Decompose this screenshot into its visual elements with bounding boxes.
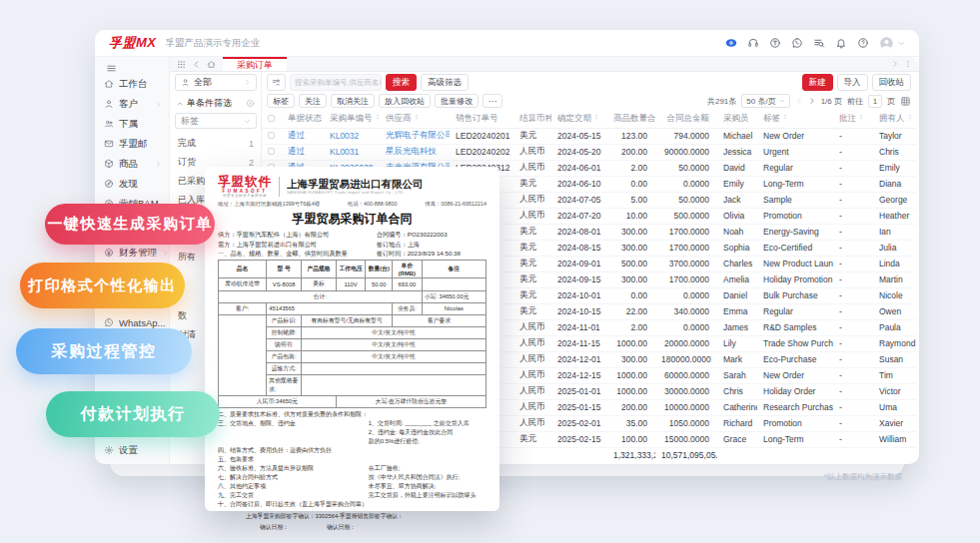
sort-icon[interactable] <box>414 114 420 120</box>
create-button[interactable]: 新建 <box>802 74 833 91</box>
cell-owner: Nicole <box>873 287 916 303</box>
cell-status[interactable]: 通过 <box>282 128 324 144</box>
next-page-button[interactable] <box>808 97 816 105</box>
sidebar-item-label: 财务管理 <box>119 247 157 260</box>
tab-scroll-right-icon[interactable] <box>891 60 899 68</box>
contract-clauses: 二、质量要求技术标准、供方对质量负责的条件和期限：三、交货地点、期限、违约金1、… <box>218 410 487 509</box>
table-row[interactable]: 通过KL0032光辉电子有限公司LED20240201美元2024-05-151… <box>262 128 916 144</box>
clause-4: 六、验收标准、方法及提出异议期限在工厂验收; <box>218 464 487 473</box>
cell-qty-total: 5.00 <box>607 192 655 208</box>
cell-delivery-date: 2024-08-01 <box>551 224 607 240</box>
chevron-down-icon[interactable] <box>898 40 905 47</box>
column-settings-icon[interactable] <box>900 96 911 107</box>
toolbar-button-4[interactable]: 批量修改 <box>435 94 479 108</box>
cell-currency: 人民币 <box>513 415 551 431</box>
sort-icon[interactable] <box>858 114 864 120</box>
sidebar-item-1[interactable]: 客户 <box>95 94 169 114</box>
visibility-badge-icon[interactable] <box>725 37 737 49</box>
toolbar-button-0[interactable]: 标签 <box>267 94 295 108</box>
row-checkbox[interactable] <box>268 148 275 155</box>
cell-po-number[interactable]: KL0032 <box>324 128 380 144</box>
prev-page-button[interactable] <box>795 97 803 105</box>
sidebar-item-5[interactable]: 发现 <box>95 174 169 194</box>
cell-qty-total: 0.00 <box>607 287 655 303</box>
tab-more-icon[interactable] <box>904 60 912 68</box>
column-header-owner[interactable]: 拥有人 <box>873 110 916 128</box>
avatar[interactable] <box>879 36 894 51</box>
cell-note: - <box>833 351 873 367</box>
cell-delivery-date: 2024-12-01 <box>551 351 607 367</box>
support-headset-icon[interactable] <box>747 37 759 49</box>
sidebar-item-3[interactable]: 孚盟邮 <box>95 134 169 154</box>
column-header-note[interactable]: 批注 <box>833 110 873 128</box>
column-header-status[interactable]: 单据状态 <box>282 110 324 128</box>
column-header-delivery-date[interactable]: 确定交期 <box>551 110 607 128</box>
sidebar-item-0[interactable]: 工作台 <box>95 74 169 94</box>
import-button[interactable]: 导入 <box>837 74 868 91</box>
help-icon[interactable] <box>857 37 869 49</box>
toolbar-button-3[interactable]: 放入回收站 <box>379 94 431 108</box>
back-icon[interactable] <box>192 60 201 69</box>
cell-supplier[interactable]: 星辰光电科技 <box>380 144 450 160</box>
tag-filter-select[interactable]: 标签 <box>175 113 257 129</box>
clause-right: 未尽事宜、双方协商解决; <box>369 482 487 491</box>
cell-owner: Diana <box>873 176 916 192</box>
cell-owner: Raymond <box>873 335 916 351</box>
sort-icon[interactable] <box>907 114 913 120</box>
sort-icon[interactable] <box>782 114 788 120</box>
cell-buyer: Jack <box>717 192 757 208</box>
company-name-en: SANGHAI FUMASOFT Trade Import and Export… <box>287 190 424 195</box>
whatsapp-icon <box>104 317 114 327</box>
toolbar-button-5[interactable]: ⋯ <box>483 94 502 108</box>
scope-select[interactable]: 全部 <box>175 74 257 91</box>
clause-right <box>369 446 487 455</box>
filter-section-header[interactable]: 单条件筛选 <box>176 97 255 110</box>
apps-grid-icon[interactable] <box>177 60 186 69</box>
advanced-filter-button[interactable]: 高级筛选 <box>421 74 469 91</box>
saved-filter-button[interactable] <box>267 74 286 91</box>
close-icon[interactable] <box>246 99 255 108</box>
sort-icon[interactable] <box>593 114 599 120</box>
cell-note: - <box>833 399 873 415</box>
cell-note: - <box>833 160 873 176</box>
cell-status[interactable]: 通过 <box>282 144 324 160</box>
sidebar-item-label: 孚盟邮 <box>119 138 148 151</box>
cell-qty-total: 10.00 <box>607 208 655 224</box>
cell-currency: 人民币 <box>513 367 551 383</box>
sidebar-item-finance[interactable]: 财务管理 <box>95 243 169 263</box>
logo-cn: 孚盟软件 <box>218 176 272 189</box>
cell-contract-amount: 1050.0000 <box>655 415 717 431</box>
search-button[interactable]: 搜索 <box>386 74 417 91</box>
clause-0: 二、质量要求技术标准、供方对质量负责的条件和期限： <box>218 410 487 419</box>
select-all-checkbox[interactable] <box>268 115 275 122</box>
home-tab-icon[interactable] <box>207 60 216 69</box>
filter-item-0[interactable]: 完成1 <box>176 134 256 153</box>
page-size-select[interactable]: 50 条/页 <box>741 94 789 108</box>
cell-po-number[interactable]: KL0031 <box>324 144 380 160</box>
table-row[interactable]: 通过KL0031星辰光电科技LED20240202人民币2024-05-2020… <box>262 144 916 160</box>
column-header-tag[interactable]: 标签 <box>757 110 833 128</box>
menu-icon[interactable] <box>106 63 117 74</box>
tab-purchase-orders[interactable]: 采购订单 <box>223 57 287 71</box>
toolbar-button-1[interactable]: 关注 <box>299 94 327 108</box>
search-input[interactable]: 搜索采购单编号,供应商名称,销售订单号 <box>290 74 382 91</box>
toolbar-button-2[interactable]: 取消关注 <box>331 94 375 108</box>
cell-buyer: Chris <box>717 383 757 399</box>
column-header-po-number[interactable]: 采购单编号 <box>324 110 380 128</box>
sidebar-item-2[interactable]: 下属 <box>95 114 169 134</box>
cell-supplier[interactable]: 光辉电子有限公司 <box>380 128 450 144</box>
cell-delivery-date: 2024-12-15 <box>551 367 607 383</box>
column-header-supplier[interactable]: 供应商 <box>380 110 450 128</box>
translate-icon[interactable] <box>769 37 781 49</box>
sort-icon[interactable] <box>375 114 381 120</box>
notifications-icon[interactable] <box>835 37 847 49</box>
cell-note: - <box>833 431 873 447</box>
whatsapp-icon[interactable] <box>791 37 803 49</box>
cell-tag: New Product Launch <box>757 256 833 272</box>
sidebar-item-settings[interactable]: 设置 <box>95 440 169 460</box>
sidebar-item-4[interactable]: 商品 <box>95 154 169 174</box>
recycle-bin-button[interactable]: 回收站 <box>872 74 912 91</box>
search-list-icon[interactable] <box>813 37 825 49</box>
row-checkbox[interactable] <box>268 132 275 139</box>
goto-page-input[interactable]: 1 <box>868 95 882 108</box>
